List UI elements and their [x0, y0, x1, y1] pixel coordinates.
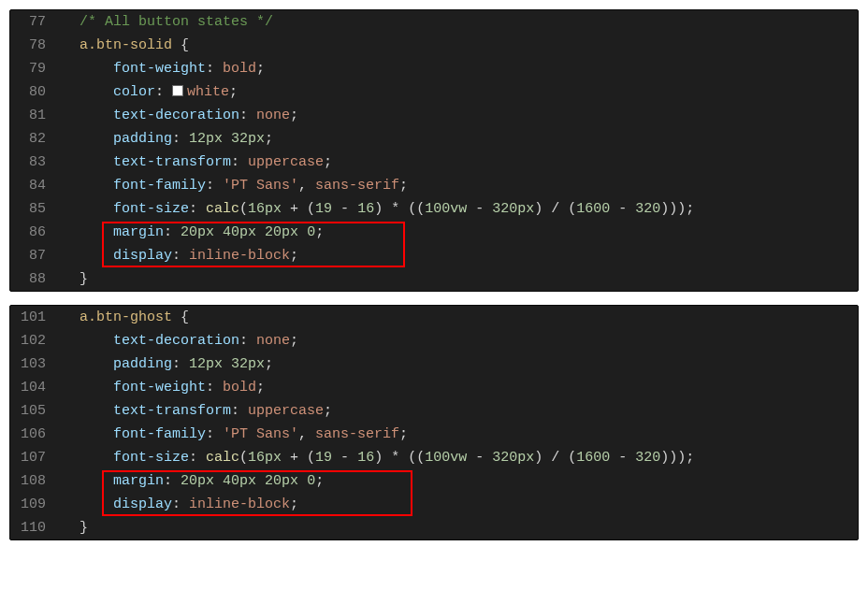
token: 16: [357, 450, 374, 466]
token: 32px: [231, 131, 265, 147]
code-line[interactable]: 108margin: 20px 40px 20px 0;: [10, 469, 858, 493]
code-line[interactable]: 109display: inline-block;: [10, 493, 858, 516]
token: text-decoration: [113, 333, 239, 349]
code-content: text-decoration: none;: [63, 104, 858, 127]
token: display: [113, 248, 172, 264]
code-line[interactable]: 110}: [10, 516, 858, 539]
token: ;: [399, 426, 408, 442]
token: 0: [307, 224, 315, 240]
line-number: 88: [10, 267, 63, 291]
code-content: font-size: calc(16px + (19 - 16) * ((100…: [63, 446, 858, 469]
line-number: 101: [10, 306, 63, 329]
line-number: 82: [10, 127, 63, 151]
code-content: font-size: calc(16px + (19 - 16) * ((100…: [63, 197, 858, 221]
code-content: font-family: 'PT Sans', sans-serif;: [63, 174, 858, 197]
token: -: [332, 450, 357, 466]
token: font-weight: [113, 61, 206, 77]
code-line[interactable]: 107font-size: calc(16px + (19 - 16) * ((…: [10, 446, 858, 469]
token: ;: [290, 496, 298, 512]
token: ;: [290, 248, 298, 264]
token: margin: [113, 473, 164, 489]
token: :: [231, 154, 248, 170]
code-content: a.btn-ghost {: [63, 306, 858, 329]
line-number: 103: [10, 352, 63, 376]
code-line[interactable]: 85font-size: calc(16px + (19 - 16) * ((1…: [10, 197, 858, 221]
token: [214, 473, 223, 489]
token: 16: [357, 201, 374, 217]
token: uppercase: [248, 154, 324, 170]
token: 100vw: [425, 201, 467, 217]
token: {: [172, 37, 189, 53]
code-line[interactable]: 77/* All button states */: [10, 10, 858, 34]
line-number: 110: [10, 516, 63, 539]
token: a.btn-ghost: [80, 309, 172, 325]
token: sans-serif: [315, 178, 399, 194]
line-number: 109: [10, 493, 63, 516]
code-line[interactable]: 78a.btn-solid {: [10, 34, 858, 57]
code-line[interactable]: 79font-weight: bold;: [10, 57, 858, 80]
token: ;: [399, 178, 408, 194]
code-line[interactable]: 84font-family: 'PT Sans', sans-serif;: [10, 174, 858, 197]
code-line[interactable]: 102text-decoration: none;: [10, 329, 858, 352]
code-line[interactable]: 87display: inline-block;: [10, 244, 858, 267]
token: -: [467, 450, 492, 466]
token: 16px: [248, 201, 282, 217]
code-content: /* All button states */: [63, 10, 858, 34]
code-line[interactable]: 86margin: 20px 40px 20px 0;: [10, 221, 858, 244]
token: 40px: [223, 224, 256, 240]
code-content: padding: 12px 32px;: [63, 352, 858, 376]
code-line[interactable]: 101a.btn-ghost {: [10, 306, 858, 329]
token: 320px: [492, 450, 534, 466]
token: font-family: [113, 178, 206, 194]
code-content: display: inline-block;: [63, 493, 858, 516]
token: :: [206, 426, 223, 442]
code-content: margin: 20px 40px 20px 0;: [63, 221, 858, 244]
token: ;: [265, 356, 273, 372]
code-content: text-transform: uppercase;: [63, 399, 858, 423]
token: 40px: [223, 473, 256, 489]
token: 'PT Sans': [223, 426, 298, 442]
token: /* All button states */: [80, 14, 273, 30]
token: :: [206, 178, 223, 194]
code-line[interactable]: 82padding: 12px 32px;: [10, 127, 858, 151]
token: :: [172, 356, 189, 372]
token: 16px: [248, 450, 282, 466]
token: text-transform: [113, 154, 231, 170]
token: ,: [298, 178, 315, 194]
token: font-size: [113, 450, 189, 466]
code-line[interactable]: 80color: white;: [10, 80, 858, 104]
code-content: a.btn-solid {: [63, 34, 858, 57]
line-number: 106: [10, 423, 63, 446]
code-line[interactable]: 103padding: 12px 32px;: [10, 352, 858, 376]
token: 'PT Sans': [223, 178, 298, 194]
token: 32px: [231, 356, 265, 372]
token: 1600: [576, 201, 610, 217]
color-swatch-icon[interactable]: [172, 85, 183, 96]
token: :: [189, 450, 206, 466]
code-line[interactable]: 106font-family: 'PT Sans', sans-serif;: [10, 423, 858, 446]
token: display: [113, 496, 172, 512]
code-line[interactable]: 105text-transform: uppercase;: [10, 399, 858, 423]
code-line[interactable]: 88}: [10, 267, 858, 291]
code-line[interactable]: 104font-weight: bold;: [10, 376, 858, 399]
code-line[interactable]: 81text-decoration: none;: [10, 104, 858, 127]
token: calc: [206, 201, 239, 217]
token: 0: [307, 473, 315, 489]
token: ,: [298, 426, 315, 442]
token: )));: [660, 201, 694, 217]
token: color: [113, 84, 155, 100]
line-number: 87: [10, 244, 63, 267]
code-line[interactable]: 83text-transform: uppercase;: [10, 151, 858, 174]
token: 100vw: [425, 450, 467, 466]
token: 12px: [189, 131, 223, 147]
line-number: 86: [10, 221, 63, 244]
token: 20px: [181, 224, 214, 240]
token: padding: [113, 131, 172, 147]
token: + (: [282, 450, 315, 466]
token: ;: [256, 380, 265, 395]
token: 1600: [576, 450, 610, 466]
token: font-size: [113, 201, 189, 217]
token: bold: [223, 380, 256, 395]
token: -: [467, 201, 492, 217]
line-number: 80: [10, 80, 63, 104]
